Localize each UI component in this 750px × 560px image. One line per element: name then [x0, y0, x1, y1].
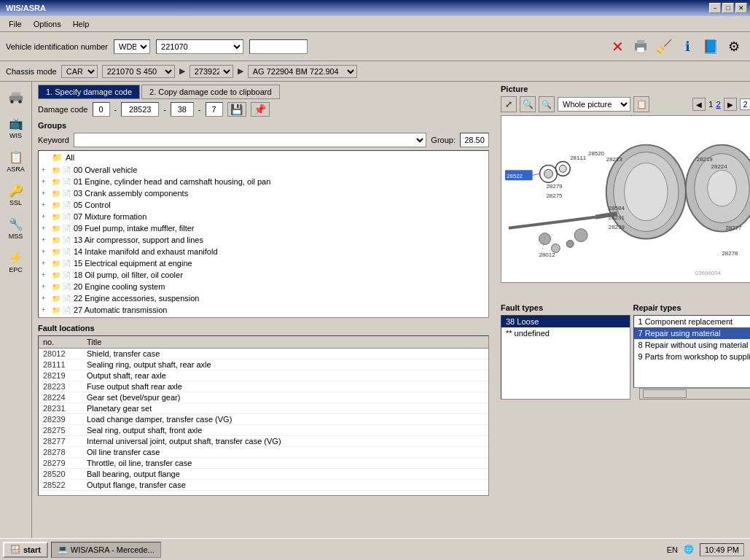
table-row[interactable]: 28111Sealing ring, output shaft, rear ax…: [39, 359, 488, 370]
sidebar-item-asra[interactable]: 📋 ASRA: [2, 144, 30, 176]
left-content-panel: 1. Specify damage code 2. Copy damage co…: [32, 82, 495, 538]
table-row[interactable]: 28520Ball bearing, output flange: [39, 469, 488, 480]
col-title[interactable]: Title: [82, 336, 488, 349]
vin-prefix-dropdown[interactable]: WDB: [114, 39, 150, 54]
info-icon-btn[interactable]: ℹ: [677, 36, 698, 57]
tree-item-18[interactable]: +📁📄18 Oil pump, oil filter, oil cooler: [39, 269, 488, 281]
mss-icon: 🔧: [7, 215, 25, 233]
right-panel: Picture ⤢ 🔍 🔍 Whole picture 📋 ◀ 1 2 ▶ 2 …: [495, 82, 750, 538]
chassis-code1-dropdown[interactable]: 273922: [190, 65, 233, 78]
zoom-in-icon[interactable]: 🔍: [520, 96, 536, 112]
vin-number-dropdown[interactable]: 221070: [156, 39, 243, 54]
menu-file[interactable]: File: [3, 18, 28, 30]
tree-item-09[interactable]: +📁📄09 Fuel pump, intake muffler, filter: [39, 222, 488, 234]
group-value-input[interactable]: [460, 133, 489, 147]
tree-item-20[interactable]: +📁📄20 Engine cooling system: [39, 281, 488, 292]
table-row[interactable]: 28012Shield, transfer case: [39, 349, 488, 359]
table-row[interactable]: 28239Load change damper, transfer case (…: [39, 414, 488, 425]
tree-item-05[interactable]: +📁📄05 Control: [39, 199, 488, 211]
table-row[interactable]: 28277Internal universal joint, output sh…: [39, 436, 488, 447]
table-row[interactable]: 28223Fuse output shaft rear axle: [39, 381, 488, 392]
keyword-row: Keyword Group:: [38, 133, 489, 147]
repair-types-box: Repair types 1 Component replacement7 Re…: [633, 303, 751, 400]
view-mode-dropdown[interactable]: Whole picture: [558, 97, 630, 112]
damage-tool-icon[interactable]: 📌: [251, 102, 270, 117]
tree-item-28[interactable]: +📁📄28 Transfer case: [39, 316, 488, 318]
table-row[interactable]: 28219Output shaft, rear axle: [39, 370, 488, 381]
start-button[interactable]: 🪟 start: [3, 542, 48, 558]
page-num-2[interactable]: 2: [716, 100, 720, 109]
zoom-out-icon[interactable]: 🔍: [539, 96, 555, 112]
page-num-1[interactable]: 1: [708, 100, 713, 109]
next-page-btn[interactable]: ▶: [724, 98, 737, 111]
minimize-button[interactable]: −: [709, 3, 721, 13]
tab-copy-damage[interactable]: 2. Copy damage code to clipboard: [141, 85, 280, 99]
tree-item-all[interactable]: 📁All: [39, 151, 488, 164]
damage-code-part2[interactable]: [121, 102, 159, 117]
table-row[interactable]: 28522Output flange, transfer case: [39, 480, 488, 491]
prev-page-btn[interactable]: ◀: [692, 98, 706, 111]
sidebar-item-epc[interactable]: ⚡ EPC: [2, 245, 30, 277]
tree-item-22[interactable]: +📁📄22 Engine accessories, suspension: [39, 292, 488, 304]
repair-types-hscroll[interactable]: [639, 388, 751, 400]
zoom-fit-icon[interactable]: ⤢: [501, 96, 517, 112]
damage-code-part1[interactable]: [93, 102, 110, 117]
sidebar-item-wis[interactable]: 📺 WIS: [2, 111, 30, 143]
settings-icon-btn[interactable]: ⚙: [724, 36, 744, 57]
book-icon-btn[interactable]: 📘: [700, 36, 721, 57]
damage-code-part3[interactable]: [171, 102, 194, 117]
chassis-bar: Chassis mode CAR 221070 S 450 ▶ 273922 ▶…: [0, 61, 750, 82]
tree-item-00[interactable]: +📁📄00 Overall vehicle: [39, 164, 488, 176]
picture-toolbar: ⤢ 🔍 🔍 Whole picture 📋 ◀ 1 2 ▶ 2 / 2: [495, 95, 750, 114]
repair-type-item-8[interactable]: 8 Repair without using material: [634, 339, 751, 351]
chassis-number-dropdown[interactable]: 221070 S 450: [102, 65, 175, 78]
hscroll-thumb[interactable]: [643, 389, 687, 398]
chassis-mode-dropdown[interactable]: CAR: [61, 65, 98, 78]
fault-type-item-38[interactable]: 38 Loose: [501, 316, 630, 327]
tree-item-13[interactable]: +📁📄13 Air compressor, support and lines: [39, 234, 488, 246]
menu-options[interactable]: Options: [28, 18, 67, 30]
repair-type-item-9[interactable]: 9 Parts from workshop to supplie: [634, 351, 751, 362]
table-row[interactable]: 28278Oil line transfer case: [39, 447, 488, 458]
fault-locations-section: Fault locations no. Title 28012Shield, t…: [32, 322, 495, 497]
menu-help[interactable]: Help: [67, 18, 95, 30]
svg-text:03696004: 03696004: [695, 270, 722, 276]
sidebar-item-car[interactable]: [2, 85, 30, 109]
col-no[interactable]: no.: [39, 336, 82, 349]
tree-item-14[interactable]: +📁📄14 Intake manifold and exhaust manifo…: [39, 246, 488, 257]
close-button[interactable]: ✕: [735, 3, 747, 13]
repair-type-item-7[interactable]: 7 Repair using material: [634, 327, 751, 339]
table-row[interactable]: 28279Throttle, oil line, transfer case: [39, 458, 488, 469]
groups-section: Groups Keyword Group: 📁All+📁📄00 Overall …: [32, 120, 495, 319]
vin-extra-input[interactable]: [249, 39, 308, 54]
fault-locations-title: Fault locations: [38, 324, 489, 332]
taskbar-app-button[interactable]: 💻 WIS/ASRA - Mercede...: [51, 542, 161, 558]
keyword-dropdown[interactable]: [74, 133, 427, 147]
tree-item-27[interactable]: +📁📄27 Automatic transmission: [39, 304, 488, 316]
tree-item-15[interactable]: +📁📄15 Electrical equipment at engine: [39, 257, 488, 269]
svg-point-24: [566, 241, 574, 248]
picture-title: Picture: [495, 82, 750, 95]
tree-item-01[interactable]: +📁📄01 Engine, cylinder head and camshaft…: [39, 176, 488, 187]
chassis-code2-dropdown[interactable]: AG 722904 BM 722.904: [248, 65, 357, 78]
table-row[interactable]: 28231Planetary gear set: [39, 403, 488, 414]
svg-text:28111: 28111: [570, 155, 587, 161]
fault-type-item-**[interactable]: ** undefined: [501, 327, 630, 339]
taskbar-right: EN 🌐 10:49 PM: [667, 543, 747, 556]
table-row[interactable]: 28275Seal ring, output shaft, front axle: [39, 425, 488, 436]
table-row[interactable]: 28224Gear set (bevel/spur gear): [39, 392, 488, 403]
erase-icon-btn[interactable]: 🧹: [654, 36, 674, 57]
print-icon-btn[interactable]: [630, 36, 651, 57]
sidebar-item-ssl[interactable]: 🔑 SSL: [2, 178, 30, 210]
sidebar-item-mss[interactable]: 🔧 MSS: [2, 211, 30, 244]
damage-save-icon[interactable]: 💾: [227, 102, 246, 117]
left-sidebar: 📺 WIS 📋 ASRA 🔑 SSL 🔧 MSS ⚡ EPC: [0, 82, 32, 538]
close-icon-btn[interactable]: ✕: [607, 36, 628, 57]
repair-type-item-1[interactable]: 1 Component replacement: [634, 316, 751, 327]
tree-item-03[interactable]: +📁📄03 Crank assembly components: [39, 187, 488, 199]
copy-pic-icon[interactable]: 📋: [633, 96, 649, 112]
tree-item-07[interactable]: +📁📄07 Mixture formation: [39, 211, 488, 222]
tab-specify-damage[interactable]: 1. Specify damage code: [38, 85, 140, 99]
maximize-button[interactable]: □: [722, 3, 734, 13]
damage-code-part4[interactable]: [206, 102, 223, 117]
